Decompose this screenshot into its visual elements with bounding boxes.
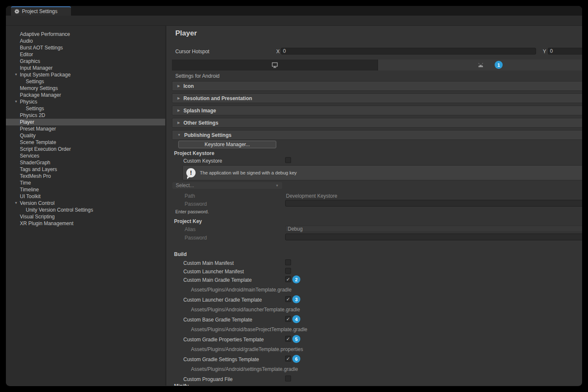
custom-launcher-gradle-template-label: Custom Launcher Gradle Template (183, 297, 262, 303)
custom-proguard-file-checkbox[interactable] (285, 376, 291, 381)
check-icon: ✓ (286, 297, 290, 302)
custom-gradle-properties-template-checkbox[interactable]: ✓ (285, 336, 291, 342)
custom-base-gradle-template-path: Assets/Plugins/Android/baseProjectTempla… (191, 327, 307, 332)
sidebar-item-audio[interactable]: Audio (6, 38, 165, 44)
foldout-closed-icon: ▶ (177, 121, 180, 125)
cursor-hotspot-label: Cursor Hotspot (175, 49, 210, 54)
sidebar-item-label: Adaptive Performance (20, 31, 70, 37)
project-key-header: Project Key (174, 218, 202, 224)
sidebar-item-visual-scripting[interactable]: Visual Scripting (6, 213, 165, 220)
sidebar-item-burst-aot-settings[interactable]: Burst AOT Settings (6, 44, 165, 51)
sidebar-item-editor[interactable]: Editor (6, 51, 165, 58)
sidebar-item-settings[interactable]: Settings (6, 78, 165, 85)
custom-main-gradle-template-checkbox[interactable]: ✓ (285, 276, 291, 282)
sidebar-item-time[interactable]: Time (6, 180, 165, 186)
section-other-settings[interactable]: ▶Other Settings (172, 118, 582, 128)
gear-icon (14, 9, 19, 14)
sidebar-item-label: Settings (26, 79, 44, 84)
sidebar-item-package-manager[interactable]: Package Manager (6, 92, 165, 98)
check-icon: ✓ (286, 337, 290, 341)
sidebar-item-shadergraph[interactable]: ShaderGraph (6, 159, 165, 166)
sidebar-item-scene-template[interactable]: Scene Template (6, 139, 165, 146)
sidebar-item-xr-plugin-management[interactable]: XR Plugin Management (6, 220, 165, 227)
section-resolution-and-presentation[interactable]: ▶Resolution and Presentation (172, 93, 582, 103)
sidebar-item-preset-manager[interactable]: Preset Manager (6, 125, 165, 132)
custom-launcher-gradle-template-checkbox[interactable]: ✓ (285, 296, 291, 302)
project-keystore-header: Project Keystore (174, 150, 214, 156)
platform-tab-desktop[interactable] (172, 60, 378, 71)
custom-keystore-checkbox[interactable] (285, 157, 291, 163)
check-icon: ✓ (286, 277, 290, 282)
sidebar-item-graphics[interactable]: Graphics (6, 58, 165, 65)
annotation-badge-2: 2 (292, 275, 300, 283)
key-password-input[interactable] (285, 234, 582, 240)
sidebar-item-label: Player (20, 119, 34, 125)
cursor-hotspot-x-input[interactable] (281, 48, 536, 54)
sidebar-item-label: Preset Manager (20, 126, 56, 132)
sidebar-item-physics[interactable]: ▼Physics (6, 98, 165, 105)
sidebar-item-ui-toolkit[interactable]: UI Toolkit (6, 193, 165, 200)
sidebar-item-physics-2d[interactable]: Physics 2D (6, 112, 165, 119)
sidebar-item-label: Physics (20, 99, 37, 105)
cursor-hotspot-y-input[interactable] (548, 48, 582, 54)
keystore-info-box: ! The application will be signed with a … (182, 165, 582, 180)
key-alias-label: Alias (185, 226, 196, 232)
custom-keystore-label: Custom Keystore (183, 158, 222, 164)
keystore-path-value: Development Keystore (286, 193, 337, 199)
sidebar-item-services[interactable]: Services (6, 152, 165, 159)
sidebar-item-unity-version-control-settings[interactable]: Unity Version Control Settings (6, 207, 165, 213)
custom-main-manifest-label: Custom Main Manifest (183, 260, 234, 266)
custom-gradle-settings-template-path: Assets/Plugins/Android/settingsTemplate.… (191, 366, 298, 372)
sidebar-item-input-system-package[interactable]: ▼Input System Package (6, 71, 165, 78)
cursor-hotspot-x-label: X (276, 49, 280, 54)
keystore-password-input[interactable] (285, 200, 582, 207)
sidebar-item-label: Burst AOT Settings (20, 45, 63, 51)
build-header: Build (174, 251, 187, 257)
key-password-label: Password (185, 235, 207, 241)
sidebar-item-label: ShaderGraph (20, 160, 50, 166)
sidebar-item-label: Scene Template (20, 139, 56, 145)
sidebar-item-script-execution-order[interactable]: Script Execution Order (6, 146, 165, 152)
platform-tab-android[interactable]: 1 (378, 60, 582, 71)
sidebar-item-label: Visual Scripting (20, 214, 55, 220)
sidebar-item-adaptive-performance[interactable]: Adaptive Performance (6, 31, 165, 38)
sidebar-item-quality[interactable]: Quality (6, 132, 165, 139)
custom-launcher-gradle-template-path: Assets/Plugins/Android/launcherTemplate.… (191, 307, 300, 313)
annotation-badge-5: 5 (292, 335, 300, 343)
custom-proguard-file-label: Custom Proguard File (183, 376, 233, 382)
sidebar-item-memory-settings[interactable]: Memory Settings (6, 85, 165, 92)
settings-sidebar: Adaptive PerformanceAudioBurst AOT Setti… (6, 26, 166, 386)
custom-gradle-settings-template-checkbox[interactable]: ✓ (285, 356, 291, 362)
foldout-open-icon[interactable]: ▼ (14, 98, 18, 105)
foldout-open-icon[interactable]: ▼ (14, 200, 18, 207)
custom-base-gradle-template-checkbox[interactable]: ✓ (285, 316, 291, 322)
player-settings-panel: Player Cursor Hotspot X Y (166, 26, 582, 386)
section-icon[interactable]: ▶Icon (172, 81, 582, 91)
sidebar-item-input-manager[interactable]: Input Manager (6, 65, 165, 71)
sidebar-item-label: Settings (26, 106, 44, 112)
sidebar-item-settings[interactable]: Settings (6, 105, 165, 112)
sidebar-item-tags-and-layers[interactable]: Tags and Layers (6, 166, 165, 173)
project-settings-window: Project Settings Adaptive PerformanceAud… (6, 6, 582, 386)
sidebar-item-label: Memory Settings (20, 85, 58, 91)
foldout-open-icon[interactable]: ▼ (14, 71, 18, 78)
toolbar-gap (6, 16, 582, 26)
custom-main-gradle-template-path: Assets/Plugins/Android/mainTemplate.grad… (191, 287, 291, 293)
section-publishing-settings[interactable]: ▼Publishing Settings (172, 130, 582, 140)
sidebar-item-label: Package Manager (20, 92, 61, 98)
key-alias-value[interactable]: Debug (285, 226, 582, 232)
sidebar-item-version-control[interactable]: ▼Version Control (6, 200, 165, 207)
sidebar-item-label: Script Execution Order (20, 146, 71, 152)
custom-main-manifest-checkbox[interactable] (285, 259, 291, 265)
keystore-manager-button[interactable]: Keystore Manager... (178, 141, 276, 148)
tab-project-settings[interactable]: Project Settings (11, 6, 71, 16)
custom-launcher-manifest-checkbox[interactable] (285, 268, 291, 274)
sidebar-item-player[interactable]: Player (6, 119, 165, 125)
keystore-select-dropdown[interactable]: Select... ▼ (172, 182, 283, 189)
sidebar-item-label: Graphics (20, 58, 40, 64)
foldout-closed-icon: ▶ (177, 96, 180, 100)
sidebar-item-timeline[interactable]: Timeline (6, 186, 165, 193)
section-splash-image[interactable]: ▶Splash Image (172, 106, 582, 115)
check-icon: ✓ (286, 317, 290, 321)
sidebar-item-textmesh-pro[interactable]: TextMesh Pro (6, 173, 165, 180)
